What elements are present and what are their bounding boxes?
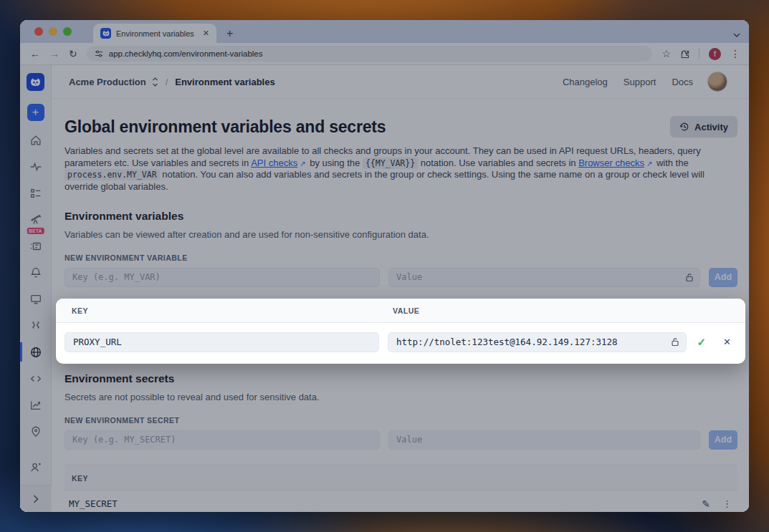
browser-window: Environment variables ✕ + ← → ↻ app.chec… [20, 20, 749, 512]
variables-table-header: KEY VALUE [56, 299, 745, 323]
cancel-x-icon[interactable]: ✕ [723, 337, 731, 347]
variable-value-field[interactable]: http://tnolet:123test@164.92.149.127:312… [388, 332, 687, 352]
value-column-header: VALUE [393, 306, 419, 315]
confirm-check-icon[interactable]: ✓ [697, 336, 707, 349]
variables-table-card: KEY VALUE PROXY_URL http://tnolet:123tes… [56, 299, 745, 364]
variable-row-proxy-url: PROXY_URL http://tnolet:123test@164.92.1… [56, 323, 745, 364]
lock-open-icon[interactable] [671, 337, 679, 347]
key-column-header: KEY [72, 306, 393, 315]
variable-key-field[interactable]: PROXY_URL [65, 332, 379, 352]
spotlight-dim-overlay [20, 20, 749, 512]
